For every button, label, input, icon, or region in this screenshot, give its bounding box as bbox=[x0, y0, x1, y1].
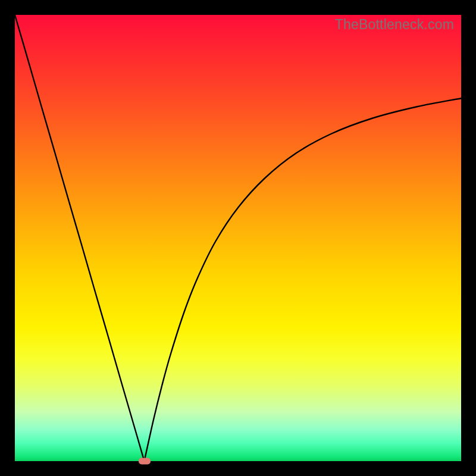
bottleneck-curve bbox=[15, 15, 461, 461]
plot-area: TheBottleneck.com bbox=[15, 15, 461, 461]
chart-frame: TheBottleneck.com bbox=[0, 0, 476, 476]
minimum-marker bbox=[139, 458, 151, 465]
curve-left-branch bbox=[15, 15, 145, 461]
curve-right-branch bbox=[145, 98, 462, 461]
